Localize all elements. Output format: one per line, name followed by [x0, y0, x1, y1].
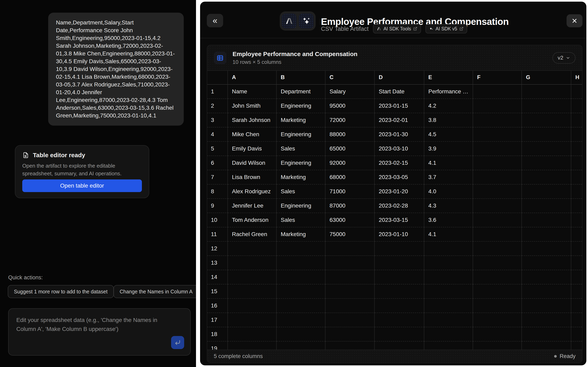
cell-C12[interactable] [325, 242, 375, 256]
cell-G3[interactable] [522, 113, 571, 127]
cell-D11[interactable]: 2023-01-10 [375, 227, 424, 242]
version-selector[interactable]: v2 [553, 52, 576, 64]
cell-B10[interactable]: Sales [277, 213, 325, 227]
cell-B9[interactable]: Engineering [277, 199, 325, 213]
cell-D4[interactable]: 2023-01-30 [375, 127, 424, 142]
cell-D15[interactable] [375, 284, 424, 299]
cell-C7[interactable]: 68000 [325, 170, 375, 184]
cell-H7[interactable] [571, 170, 582, 184]
cell-G5[interactable] [522, 142, 571, 156]
row-number-11[interactable]: 11 [207, 227, 228, 242]
cell-B1[interactable]: Department [277, 85, 325, 99]
column-header-B[interactable]: B [277, 71, 325, 85]
cell-F9[interactable] [473, 199, 522, 213]
cell-E5[interactable]: 3.9 [424, 142, 473, 156]
cell-G8[interactable] [522, 184, 571, 199]
cell-C13[interactable] [325, 256, 375, 270]
cell-G4[interactable] [522, 127, 571, 142]
cell-A18[interactable] [228, 327, 277, 342]
column-header-E[interactable]: E [424, 71, 473, 85]
cell-F14[interactable] [473, 270, 522, 284]
cell-C10[interactable]: 63000 [325, 213, 375, 227]
cell-G7[interactable] [522, 170, 571, 184]
cell-C3[interactable]: 72000 [325, 113, 375, 127]
cell-A11[interactable]: Rachel Green [228, 227, 277, 242]
row-number-15[interactable]: 15 [207, 284, 228, 299]
cell-G12[interactable] [522, 242, 571, 256]
cell-E19[interactable] [424, 342, 473, 350]
cell-A7[interactable]: Lisa Brown [228, 170, 277, 184]
cell-G2[interactable] [522, 99, 571, 113]
row-number-2[interactable]: 2 [207, 99, 228, 113]
cell-E15[interactable] [424, 284, 473, 299]
cell-E11[interactable]: 4.1 [424, 227, 473, 242]
cell-H17[interactable] [571, 313, 582, 327]
row-number-9[interactable]: 9 [207, 199, 228, 213]
close-artifact-button[interactable] [567, 14, 582, 27]
composer-input[interactable] [16, 315, 163, 348]
cell-D2[interactable]: 2023-01-15 [375, 99, 424, 113]
cell-C4[interactable]: 88000 [325, 127, 375, 142]
cell-H1[interactable] [571, 85, 582, 99]
column-header-C[interactable]: C [325, 71, 375, 85]
cell-A5[interactable]: Emily Davis [228, 142, 277, 156]
cell-H4[interactable] [571, 127, 582, 142]
cell-H13[interactable] [571, 256, 582, 270]
row-number-1[interactable]: 1 [207, 85, 228, 99]
cell-H15[interactable] [571, 284, 582, 299]
cell-E3[interactable]: 3.8 [424, 113, 473, 127]
column-header-D[interactable]: D [375, 71, 424, 85]
send-button[interactable] [171, 336, 184, 349]
cell-B5[interactable]: Sales [277, 142, 325, 156]
cell-H2[interactable] [571, 99, 582, 113]
cell-D7[interactable]: 2023-03-05 [375, 170, 424, 184]
column-header-A[interactable]: A [228, 71, 277, 85]
cell-F16[interactable] [473, 299, 522, 313]
cell-A19[interactable] [228, 342, 277, 350]
cell-A16[interactable] [228, 299, 277, 313]
cell-C16[interactable] [325, 299, 375, 313]
cell-F19[interactable] [473, 342, 522, 350]
cell-H11[interactable] [571, 227, 582, 242]
cell-B3[interactable]: Marketing [277, 113, 325, 127]
open-table-editor-button[interactable]: Open table editor [22, 179, 142, 192]
cell-C17[interactable] [325, 313, 375, 327]
row-number-5[interactable]: 5 [207, 142, 228, 156]
cell-B13[interactable] [277, 256, 325, 270]
cell-E14[interactable] [424, 270, 473, 284]
cell-B15[interactable] [277, 284, 325, 299]
row-number-6[interactable]: 6 [207, 156, 228, 170]
cell-B18[interactable] [277, 327, 325, 342]
cell-H16[interactable] [571, 299, 582, 313]
column-header-F[interactable]: F [473, 71, 522, 85]
cell-D8[interactable]: 2023-01-20 [375, 184, 424, 199]
row-number-10[interactable]: 10 [207, 213, 228, 227]
cell-D10[interactable]: 2023-03-15 [375, 213, 424, 227]
row-number-18[interactable]: 18 [207, 327, 228, 342]
cell-D5[interactable]: 2023-03-10 [375, 142, 424, 156]
cell-D12[interactable] [375, 242, 424, 256]
cell-C15[interactable] [325, 284, 375, 299]
row-number-17[interactable]: 17 [207, 313, 228, 327]
column-header-H[interactable]: H [571, 71, 582, 85]
cell-G19[interactable] [522, 342, 571, 350]
cell-E8[interactable]: 4.0 [424, 184, 473, 199]
cell-D16[interactable] [375, 299, 424, 313]
cell-C9[interactable]: 87000 [325, 199, 375, 213]
cell-G14[interactable] [522, 270, 571, 284]
cell-F10[interactable] [473, 213, 522, 227]
cell-A3[interactable]: Sarah Johnson [228, 113, 277, 127]
cell-G11[interactable] [522, 227, 571, 242]
cell-D14[interactable] [375, 270, 424, 284]
cell-D13[interactable] [375, 256, 424, 270]
cell-F17[interactable] [473, 313, 522, 327]
cell-B6[interactable]: Engineering [277, 156, 325, 170]
cell-H5[interactable] [571, 142, 582, 156]
cell-B4[interactable]: Engineering [277, 127, 325, 142]
cell-E9[interactable]: 4.3 [424, 199, 473, 213]
cell-F8[interactable] [473, 184, 522, 199]
cell-B17[interactable] [277, 313, 325, 327]
cell-B8[interactable]: Sales [277, 184, 325, 199]
cell-C1[interactable]: Salary [325, 85, 375, 99]
cell-H18[interactable] [571, 327, 582, 342]
